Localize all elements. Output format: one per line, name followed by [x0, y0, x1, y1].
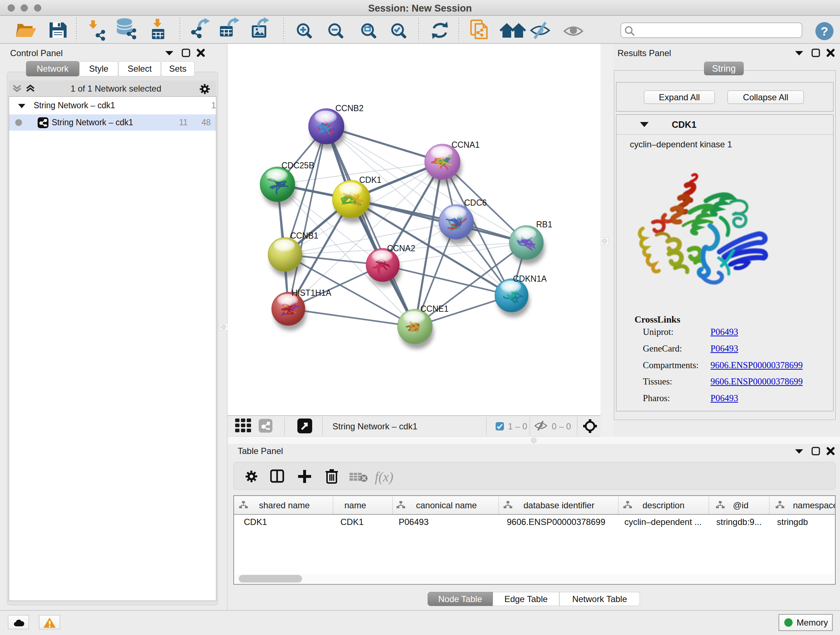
svg-text:CDC25B: CDC25B — [281, 161, 314, 170]
svg-text:CDK1: CDK1 — [359, 175, 381, 185]
svg-text:CCNB1: CCNB1 — [290, 231, 318, 241]
svg-text:CCNB2: CCNB2 — [335, 103, 363, 113]
svg-text:CCNA2: CCNA2 — [387, 244, 415, 253]
svg-text:CDKN1A: CDKN1A — [513, 274, 547, 283]
svg-text:RB1: RB1 — [536, 220, 553, 229]
svg-text:HIST1H1A: HIST1H1A — [292, 288, 332, 298]
svg-text:CDC6: CDC6 — [464, 198, 487, 207]
svg-text:CCNE1: CCNE1 — [420, 304, 448, 314]
svg-text:CCNA1: CCNA1 — [452, 140, 480, 149]
